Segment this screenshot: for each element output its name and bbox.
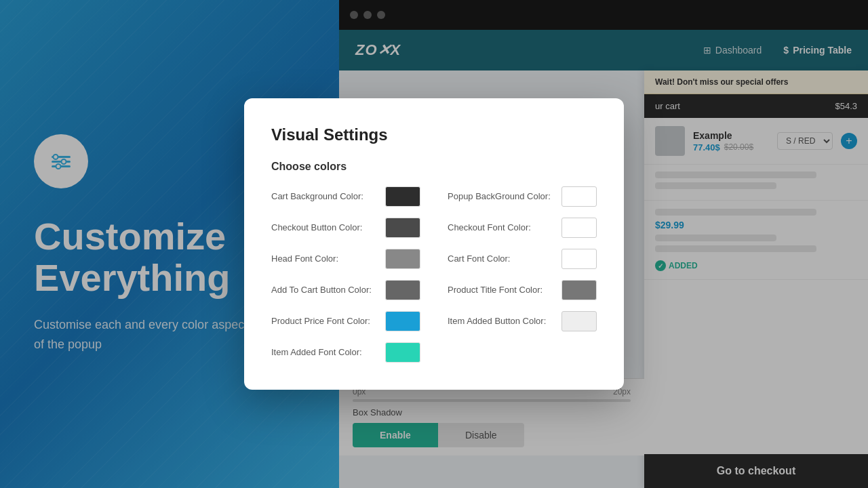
color-row-empty (448, 342, 597, 363)
product-price-font-swatch[interactable] (385, 311, 420, 331)
color-row-checkout-btn: Checkout Button Color: (271, 218, 420, 238)
color-row-popup-bg: Popup BackGround Color: (448, 186, 597, 207)
color-row-cart-font: Cart Font Color: (448, 249, 597, 269)
item-added-font-swatch[interactable] (385, 342, 420, 363)
add-to-cart-btn-label: Add To Cart Button Color: (271, 285, 377, 296)
color-grid: Cart Background Color: Popup BackGround … (271, 186, 597, 363)
product-title-font-swatch[interactable] (561, 280, 597, 300)
color-row-add-to-cart-btn: Add To Cart Button Color: (271, 280, 420, 300)
modal-section-title: Choose colors (271, 161, 597, 173)
cart-bg-swatch[interactable] (385, 186, 420, 207)
cart-font-label: Cart Font Color: (448, 253, 553, 265)
head-font-swatch[interactable] (385, 249, 420, 269)
item-added-btn-label: Item Added Button Color: (448, 316, 553, 327)
popup-bg-label: Popup BackGround Color: (448, 191, 553, 203)
cart-font-swatch[interactable] (561, 249, 597, 269)
checkout-font-label: Checkout Font Color: (448, 222, 553, 234)
product-title-font-label: Product Title Font Color: (448, 285, 553, 296)
color-row-item-added-btn: Item Added Button Color: (448, 311, 597, 331)
checkout-btn-swatch[interactable] (385, 218, 420, 238)
cart-bg-label: Cart Background Color: (271, 191, 377, 203)
product-price-font-label: Product Price Font Color: (271, 316, 377, 327)
checkout-btn-label: Checkout Button Color: (271, 222, 377, 234)
color-row-checkout-font: Checkout Font Color: (448, 218, 597, 238)
modal-title: Visual Settings (271, 125, 597, 144)
color-row-item-added-font: Item Added Font Color: (271, 342, 420, 363)
add-to-cart-btn-swatch[interactable] (385, 280, 420, 300)
color-row-cart-bg: Cart Background Color: (271, 186, 420, 207)
modal-overlay[interactable]: Visual Settings Choose colors Cart Backg… (0, 0, 868, 488)
color-row-head-font: Head Font Color: (271, 249, 420, 269)
visual-settings-modal: Visual Settings Choose colors Cart Backg… (244, 98, 624, 390)
head-font-label: Head Font Color: (271, 253, 377, 265)
item-added-btn-swatch[interactable] (561, 311, 597, 331)
color-row-product-price-font: Product Price Font Color: (271, 311, 420, 331)
popup-bg-swatch[interactable] (561, 186, 597, 207)
checkout-font-swatch[interactable] (561, 218, 597, 238)
color-row-product-title-font: Product Title Font Color: (448, 280, 597, 300)
item-added-font-label: Item Added Font Color: (271, 347, 377, 359)
